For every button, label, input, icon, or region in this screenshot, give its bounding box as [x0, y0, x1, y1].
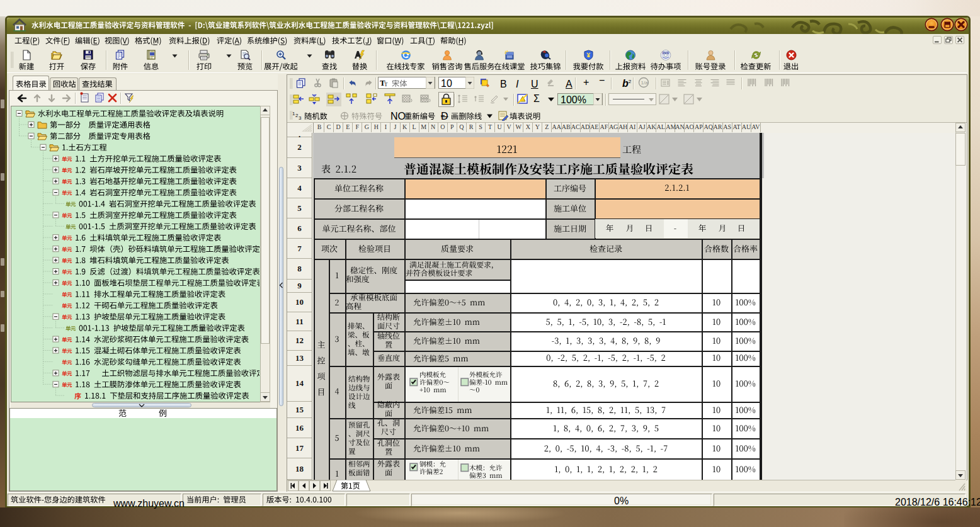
- svg-text:1/a: 1/a: [641, 80, 649, 86]
- svg-text:3: 3: [299, 115, 302, 120]
- svg-text:T: T: [384, 81, 388, 88]
- svg-text:DVD: DVD: [663, 51, 669, 55]
